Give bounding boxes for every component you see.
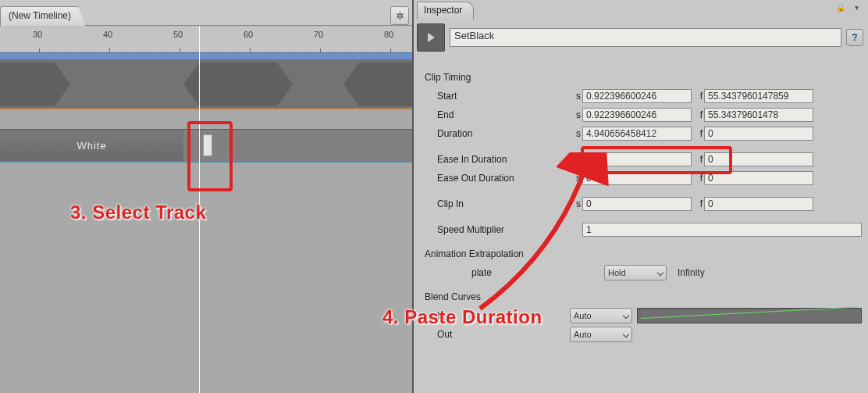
gear-icon[interactable]: ✲ xyxy=(390,6,409,25)
end-seconds-field[interactable]: 0.922396600246 xyxy=(582,108,692,122)
label-blend-out: Out xyxy=(425,329,570,340)
ease-out-seconds-field[interactable]: 0 xyxy=(582,171,692,185)
label-speed-multiplier: Speed Multiplier xyxy=(425,224,570,235)
unit-s: s xyxy=(570,91,581,102)
selected-clip[interactable] xyxy=(203,134,212,156)
label-ease-in: Ease In Duration xyxy=(425,154,570,165)
speed-multiplier-field[interactable]: 1 xyxy=(582,223,862,237)
start-frames-field[interactable]: 55.3437960147859 xyxy=(704,89,813,103)
timeline-panel: 🔒 ▾ (New Timeline) ✲ 304050607080 White xyxy=(0,0,412,393)
activation-track[interactable]: White xyxy=(0,129,412,163)
label-end: End xyxy=(425,109,570,120)
clip-white[interactable]: White xyxy=(0,130,183,161)
tracks-area xyxy=(0,59,412,110)
blend-out-dropdown[interactable]: Auto xyxy=(570,327,632,342)
clip[interactable] xyxy=(0,63,70,106)
panel-menu-icon[interactable]: ▾ xyxy=(849,2,863,13)
annotation-text: 4. Paste Duration xyxy=(382,306,542,328)
ease-out-frames-field[interactable]: 0 xyxy=(704,171,813,185)
extrapolate-dropdown[interactable]: Hold xyxy=(604,265,667,280)
inspector-tab[interactable]: Inspector xyxy=(417,2,474,20)
end-frames-field[interactable]: 55.34379601478 xyxy=(704,108,813,122)
help-icon[interactable]: ? xyxy=(846,29,863,46)
track-divider xyxy=(0,109,412,110)
clip-icon xyxy=(417,23,445,52)
timeline-header: (New Timeline) ✲ xyxy=(0,0,412,26)
section-anim-extrap: Animation Extrapolation xyxy=(425,248,862,259)
clip-name-field[interactable]: SetBlack xyxy=(450,28,841,47)
extrapolate-infinity-label: Infinity xyxy=(678,267,705,278)
section-blend-curves: Blend Curves xyxy=(425,291,862,302)
inspector-panel: Inspector 🔒 ▾ SetBlack ? Clip Timing Sta… xyxy=(412,0,868,393)
unit-f: f xyxy=(692,91,703,102)
label-extrapolate: plate xyxy=(425,267,604,278)
start-seconds-field[interactable]: 0.922396600246 xyxy=(582,89,692,103)
inspector-tab-label: Inspector xyxy=(424,5,462,16)
animation-track[interactable] xyxy=(0,59,412,110)
clip[interactable] xyxy=(183,63,293,106)
inspector-header: SetBlack ? xyxy=(417,22,863,53)
label-start: Start xyxy=(425,91,570,102)
duration-seconds-field[interactable]: 4.940656458412 xyxy=(582,127,692,141)
clip-in-seconds-field[interactable]: 0 xyxy=(582,197,692,211)
label-ease-out: Ease Out Duration xyxy=(425,173,570,184)
label-duration: Duration xyxy=(425,128,570,139)
ease-in-seconds-field[interactable]: 0 xyxy=(582,152,692,166)
timeline-tab[interactable]: (New Timeline) xyxy=(0,6,86,26)
duration-frames-field[interactable]: 0 xyxy=(704,127,813,141)
blend-in-curve-preview[interactable] xyxy=(637,308,862,323)
clip-in-frames-field[interactable]: 0 xyxy=(704,197,813,211)
ease-in-frames-field[interactable]: 0 xyxy=(704,152,813,166)
section-clip-timing: Clip Timing xyxy=(425,72,862,83)
blend-in-dropdown[interactable]: Auto xyxy=(570,308,632,323)
annotation-text: 3. Select Track xyxy=(70,202,206,223)
lock-icon[interactable]: 🔒 xyxy=(834,2,848,13)
label-clip-in: Clip In xyxy=(425,198,570,209)
